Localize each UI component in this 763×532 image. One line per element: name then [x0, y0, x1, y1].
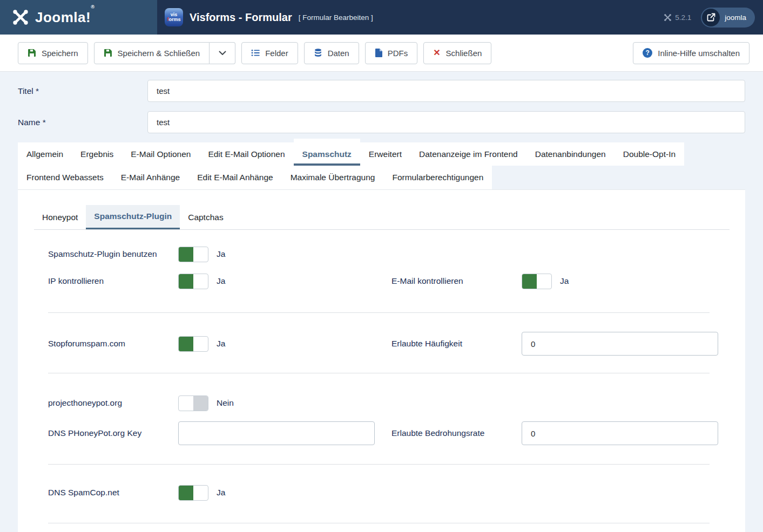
joomla-version-icon [664, 13, 672, 22]
help-icon: ? [643, 48, 652, 58]
divider [48, 464, 710, 465]
chevron-down-icon [219, 51, 226, 56]
check-ip-field: IP kontrollieren Ja [48, 273, 375, 289]
subtab-captchas[interactable]: Captchas [180, 205, 231, 229]
fields-button[interactable]: Felder [241, 42, 298, 64]
joomla-brand-text: Joomla!® [35, 9, 94, 26]
pdfs-button[interactable]: PDFs [365, 42, 418, 64]
title-label: Titel * [18, 86, 147, 96]
dns-phoneypot-key-field: DNS PHoneyPot.org Key [48, 421, 375, 445]
tab-allgemein[interactable]: Allgemein [18, 142, 72, 166]
tab-datenanzeige-im-frontend[interactable]: Datenanzeige im Frontend [410, 142, 526, 166]
tab-ergebnis[interactable]: Ergebnis [72, 142, 122, 166]
close-button[interactable]: ✕ Schließen [423, 42, 491, 64]
projecthoneypot-value: Nein [217, 398, 234, 408]
visforms-icon: vis forms [165, 8, 183, 26]
save-close-split-button: Speichern & Schließen [94, 42, 236, 64]
data-button[interactable]: Daten [304, 42, 359, 64]
stopforumspam-value: Ja [217, 339, 225, 349]
dns-spamcop-toggle[interactable] [178, 485, 208, 501]
tab-maximale-uebertragung[interactable]: Maximale Übertragung [282, 166, 384, 189]
dns-spamcop-label: DNS SpamCop.net [48, 488, 178, 497]
tab-spamschutz[interactable]: Spamschutz [294, 139, 360, 166]
toolbar-right: ? Inline-Hilfe umschalten [633, 42, 750, 64]
header-right: 5.2.1 joomla [664, 0, 763, 35]
main-tabs-row-1: Allgemein Ergebnis E-Mail Optionen Edit … [18, 142, 684, 166]
tab-edit-email-optionen[interactable]: Edit E-Mail Optionen [199, 142, 293, 166]
title-bar: vis forms Visforms - Formular [ Formular… [157, 0, 664, 35]
tab-formularberechtigungen[interactable]: Formularberechtigungen [383, 166, 492, 189]
check-email-value: Ja [560, 276, 569, 286]
dns-phoneypot-key-label: DNS PHoneyPot.org Key [48, 428, 178, 438]
subtab-spamschutz-plugin[interactable]: Spamschutz-Plugin [86, 205, 180, 229]
allowed-frequency-input[interactable] [522, 332, 718, 356]
subtab-honeypot[interactable]: Honeypot [34, 205, 86, 229]
name-label: Name * [18, 118, 147, 127]
tab-email-optionen[interactable]: E-Mail Optionen [122, 142, 199, 166]
use-plugin-field: Spamschutz-Plugin benutzen Ja [48, 246, 375, 262]
toolbar: Speichern Speichern & Schließen [0, 35, 763, 72]
tab-email-anhaenge[interactable]: E-Mail Anhänge [112, 166, 188, 189]
main-tabs-row-2: Frontend Webassets E-Mail Anhänge Edit E… [18, 166, 492, 189]
use-plugin-toggle[interactable] [178, 247, 208, 262]
form-row: Stopforumspam.com Ja Erlaubte Häufigkeit [48, 332, 718, 356]
spamschutz-subtabs: Honeypot Spamschutz-Plugin Captchas [34, 205, 730, 230]
projecthoneypot-label: projecthoneypot.org [48, 398, 178, 408]
joomla-version: 5.2.1 [664, 13, 691, 22]
user-menu-label: joomla [725, 13, 746, 22]
version-text: 5.2.1 [675, 13, 691, 22]
allowed-frequency-field: Erlaubte Häufigkeit [391, 332, 718, 356]
title-input[interactable] [147, 80, 745, 102]
database-icon [314, 49, 322, 57]
joomla-brand[interactable]: Joomla!® [0, 0, 157, 35]
use-plugin-label: Spamschutz-Plugin benutzen [48, 249, 178, 259]
tab-double-opt-in[interactable]: Double-Opt-In [615, 142, 684, 166]
name-field-row: Name * [18, 111, 745, 133]
form-row: projecthoneypot.org Nein [48, 395, 718, 411]
title-field-row: Titel * [18, 80, 745, 102]
name-input[interactable] [147, 111, 745, 133]
form-row: Spamschutz-Plugin benutzen Ja [48, 246, 718, 262]
main-content: Titel * Name * Allgemein Ergebnis E-Mail… [0, 72, 763, 532]
divider [48, 312, 710, 313]
projecthoneypot-field: projecthoneypot.org Nein [48, 395, 375, 411]
spamschutz-plugin-form: Spamschutz-Plugin benutzen Ja IP kontrol… [48, 246, 718, 523]
page-title: Visforms - Formular [190, 11, 292, 24]
check-ip-label: IP kontrollieren [48, 276, 178, 286]
tab-edit-email-anhaenge[interactable]: Edit E-Mail Anhänge [188, 166, 281, 189]
check-ip-value: Ja [217, 276, 225, 286]
divider [48, 523, 710, 523]
inline-help-toggle-button[interactable]: ? Inline-Hilfe umschalten [633, 42, 750, 64]
tab-erweitert[interactable]: Erweitert [360, 142, 410, 166]
save-icon [104, 49, 112, 57]
user-menu-button[interactable]: joomla [701, 8, 755, 28]
file-icon [375, 49, 382, 57]
form-row: DNS PHoneyPot.org Key Erlaubte Bedrohung… [48, 421, 718, 445]
save-close-button[interactable]: Speichern & Schließen [94, 42, 210, 64]
save-button[interactable]: Speichern [18, 42, 88, 64]
save-options-dropdown-button[interactable] [210, 42, 235, 64]
allowed-threat-rate-field: Erlaubte Bedrohungsrate [391, 421, 718, 445]
check-ip-toggle[interactable] [178, 274, 208, 289]
check-email-toggle[interactable] [522, 274, 552, 289]
form-row: IP kontrollieren Ja E-Mail kontrollieren… [48, 273, 718, 289]
projecthoneypot-toggle[interactable] [178, 395, 208, 411]
stopforumspam-label: Stopforumspam.com [48, 339, 178, 349]
joomla-logo-icon [12, 9, 29, 26]
save-icon [28, 49, 36, 57]
tab-datenanbindungen[interactable]: Datenanbindungen [526, 142, 615, 166]
toolbar-left: Speichern Speichern & Schließen [18, 42, 491, 64]
external-link-icon [702, 9, 720, 26]
allowed-threat-rate-label: Erlaubte Bedrohungsrate [391, 428, 522, 438]
allowed-threat-rate-input[interactable] [522, 421, 718, 445]
list-icon [251, 49, 260, 57]
dns-spamcop-field: DNS SpamCop.net Ja [48, 485, 375, 501]
dns-phoneypot-key-input[interactable] [178, 421, 375, 445]
spamschutz-panel: Honeypot Spamschutz-Plugin Captchas Spam… [18, 189, 745, 532]
stopforumspam-field: Stopforumspam.com Ja [48, 332, 375, 356]
stopforumspam-toggle[interactable] [178, 336, 208, 352]
page-subtitle: [ Formular Bearbeiten ] [299, 13, 373, 22]
check-email-label: E-Mail kontrollieren [391, 276, 522, 286]
dns-spamcop-value: Ja [217, 488, 225, 497]
tab-frontend-webassets[interactable]: Frontend Webassets [18, 166, 112, 189]
